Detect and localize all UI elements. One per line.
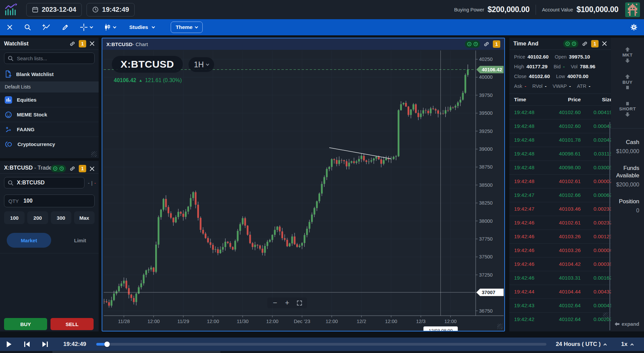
stat-value: 39975.10 bbox=[569, 54, 590, 60]
zoom-out-button[interactable]: − bbox=[271, 298, 279, 307]
amount-300-button[interactable]: 300 bbox=[51, 211, 71, 224]
watchlist-search-input[interactable] bbox=[16, 55, 91, 62]
sell-button[interactable]: SELL bbox=[50, 318, 94, 330]
buy-button[interactable]: BUY bbox=[4, 318, 47, 330]
chart-symbol-pill: X:BTCUSD bbox=[112, 56, 183, 73]
watchlist-search-row bbox=[0, 50, 99, 67]
link-status-pill[interactable] bbox=[465, 40, 480, 48]
watchlist-item-cryptocurrency[interactable]: Cryptocurrency bbox=[0, 137, 99, 151]
left-arrow-icon bbox=[615, 322, 619, 326]
trade-time: 19:42:47 bbox=[514, 192, 546, 198]
link-icon[interactable] bbox=[69, 41, 75, 47]
playback-slider[interactable] bbox=[96, 343, 546, 346]
symbol-input[interactable] bbox=[16, 179, 81, 186]
session-label: 24 Hours ( UTC ) bbox=[556, 341, 601, 348]
stat-label: High bbox=[514, 64, 524, 69]
candlestick-chart[interactable]: 4025040000397503950039250390003875038500… bbox=[102, 50, 504, 331]
step-back-button[interactable] bbox=[24, 341, 30, 347]
crosshair-tool-icon[interactable] bbox=[80, 24, 93, 31]
speed-selector[interactable]: 1x bbox=[621, 341, 633, 348]
link-status-pill[interactable] bbox=[563, 40, 578, 47]
link-status-pill[interactable] bbox=[51, 165, 66, 172]
play-button[interactable] bbox=[6, 341, 12, 348]
short-order-button[interactable]: SHORT bbox=[611, 102, 644, 117]
watchlist-item-equities[interactable]: Equities bbox=[0, 92, 99, 107]
link-group-badge[interactable]: 1 bbox=[79, 165, 86, 172]
app-logo-icon[interactable] bbox=[4, 3, 18, 16]
tns-trade-row: 19:42:47 40103.46 0.00239 bbox=[509, 202, 611, 216]
studies-menu[interactable]: Studies bbox=[129, 24, 155, 30]
timeframe-selector[interactable]: 1H bbox=[189, 57, 214, 72]
panel-resize-handle[interactable] bbox=[91, 151, 97, 157]
amount-100-button[interactable]: 100 bbox=[4, 211, 25, 224]
watchlist-item-meme-stock[interactable]: MEME Stock bbox=[0, 107, 99, 122]
watchlist-item-faang[interactable]: FAANG bbox=[0, 122, 99, 137]
stat-label: VWAP bbox=[553, 83, 567, 89]
tab-market[interactable]: Market bbox=[7, 233, 51, 248]
clock-sync-icon bbox=[59, 166, 64, 171]
chevron-down-icon[interactable] bbox=[113, 25, 116, 29]
expand-button[interactable]: expand bbox=[615, 321, 639, 327]
qty-input[interactable] bbox=[23, 198, 90, 204]
link-group-badge[interactable]: 1 bbox=[493, 40, 500, 48]
amount-200-button[interactable]: 200 bbox=[27, 211, 48, 224]
mkt-order-button[interactable]: MKT bbox=[611, 47, 644, 63]
sim-time-button[interactable]: 19:42:49 bbox=[87, 3, 135, 16]
settings-gear-icon[interactable] bbox=[631, 24, 637, 31]
fullscreen-button[interactable] bbox=[295, 298, 304, 307]
link-icon[interactable] bbox=[69, 166, 75, 172]
zoom-in-button[interactable]: + bbox=[283, 298, 292, 307]
tns-trade-row: 19:42:48 40102.60 0.00419 bbox=[509, 105, 611, 119]
panel-resize-handle[interactable] bbox=[497, 324, 503, 329]
theme-menu[interactable]: Theme bbox=[171, 22, 203, 33]
chart-panel-header[interactable]: X:BTCUSD - Chart 1 bbox=[102, 38, 504, 50]
close-icon[interactable] bbox=[90, 166, 95, 171]
chart-type-icon[interactable] bbox=[104, 24, 116, 31]
chevron-down-icon[interactable] bbox=[90, 25, 93, 29]
stat-label: RVol bbox=[532, 83, 542, 89]
chevron-up-icon bbox=[631, 343, 634, 347]
tns-header: Time And 1 bbox=[509, 38, 611, 50]
tns-table[interactable]: 19:42:48 40102.60 0.00419 19:42:48 40102… bbox=[509, 105, 611, 326]
scrollbar[interactable] bbox=[609, 122, 610, 330]
tab-limit[interactable]: Limit bbox=[74, 238, 86, 243]
trendline-tool-icon[interactable] bbox=[42, 24, 50, 31]
link-icon[interactable] bbox=[582, 41, 588, 47]
close-icon[interactable] bbox=[602, 41, 607, 46]
svg-text:11/30: 11/30 bbox=[237, 319, 248, 324]
quantity-field[interactable]: QTY bbox=[4, 195, 95, 207]
clock-sync-icon bbox=[572, 41, 576, 46]
svg-text:37250: 37250 bbox=[479, 272, 493, 278]
close-icon[interactable] bbox=[90, 41, 95, 46]
time-and-sales-panel: Time And 1 Price40102 bbox=[509, 38, 611, 331]
tns-trade-row: 19:42:46 40104.42 0.00038 bbox=[509, 257, 611, 271]
trade-size: 0.02042 bbox=[581, 137, 611, 143]
user-avatar[interactable] bbox=[625, 2, 640, 17]
panel-resize-handle[interactable] bbox=[603, 313, 608, 318]
bottom-scrollbar-thumb[interactable] bbox=[52, 351, 221, 353]
slider-thumb[interactable] bbox=[104, 342, 110, 347]
link-group-badge[interactable]: 1 bbox=[79, 40, 86, 47]
symbol-searchbox[interactable] bbox=[4, 177, 84, 188]
buy-order-button[interactable]: BUY bbox=[611, 74, 644, 89]
blank-watchlist-item[interactable]: Blank Watchlist bbox=[0, 67, 99, 81]
step-forward-button[interactable] bbox=[42, 341, 48, 347]
trade-price: 40101.78 bbox=[546, 137, 581, 143]
theme-label: Theme bbox=[176, 24, 193, 30]
up-arrow-icon: ▲ bbox=[139, 78, 143, 83]
playback-bar: 19:42:49 24 Hours ( UTC ) 1x bbox=[0, 338, 644, 351]
draw-pencil-icon[interactable] bbox=[62, 24, 69, 31]
watchlist-item-label: Cryptocurrency bbox=[18, 141, 55, 147]
trade-time: 19:42:48 bbox=[514, 123, 546, 129]
amount-max-button[interactable]: Max bbox=[74, 211, 95, 224]
trade-time: 19:42:48 bbox=[514, 151, 546, 157]
link-icon[interactable] bbox=[483, 41, 489, 47]
search-icon[interactable] bbox=[24, 24, 31, 31]
close-tool-icon[interactable] bbox=[7, 24, 13, 30]
tns-trade-row: 19:42:46 40103.31 0.00162 bbox=[509, 271, 611, 285]
link-group-badge[interactable]: 1 bbox=[591, 40, 599, 47]
session-selector[interactable]: 24 Hours ( UTC ) bbox=[556, 341, 606, 348]
stat-value: 40102.60 bbox=[529, 73, 550, 79]
watchlist-searchbox[interactable] bbox=[4, 52, 95, 64]
sim-date-button[interactable]: 2023-12-04 bbox=[26, 3, 82, 16]
